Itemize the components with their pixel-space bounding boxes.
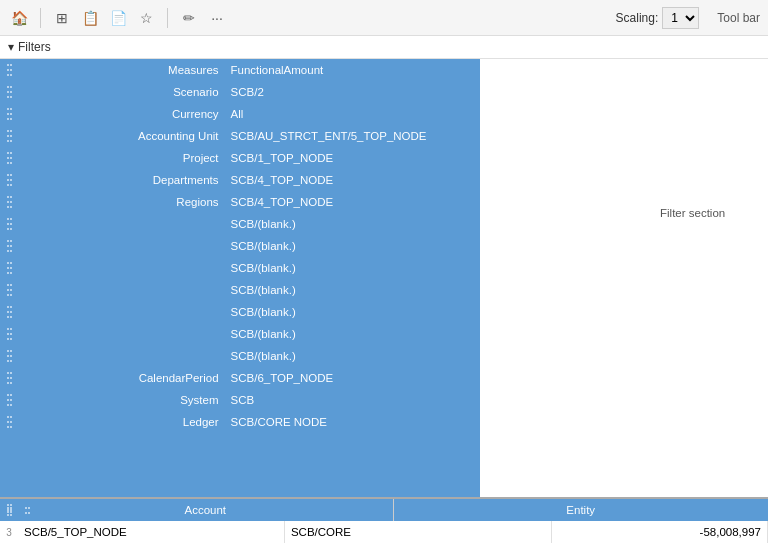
scaling-label: Scaling: [616,11,659,25]
row-drag-handle[interactable] [4,150,14,166]
filters-label: Filters [18,40,51,54]
row-drag-handle[interactable] [4,172,14,188]
account-value: SCB/5_TOP_NODE [24,526,127,538]
account-drag [22,505,32,516]
toolbar-label: Tool bar [717,11,760,25]
filter-row-label: Ledger [14,416,227,428]
filter-row: SCB/(blank.) [0,323,480,345]
row-drag-handle[interactable] [4,106,14,122]
filters-arrow: ▾ [8,40,14,54]
filter-row-label: Measures [14,64,227,76]
main-body: Account Entity 3 SCB/5_TOP_NODE SCB/CORE [0,497,768,543]
row-drag-handle[interactable] [4,414,14,430]
toolbar: 🏠 ⊞ 📋 📄 ☆ ✏ ··· Scaling: 1 Tool bar [0,0,768,36]
filter-row-value: SCB/6_TOP_NODE [227,372,476,384]
filter-row: DepartmentsSCB/4_TOP_NODE [0,169,480,191]
filter-row: SCB/(blank.) [0,235,480,257]
filter-row: SCB/(blank.) [0,213,480,235]
star-icon[interactable]: ☆ [135,7,157,29]
copy-icon[interactable]: 📋 [79,7,101,29]
filter-row-value: SCB/(blank.) [227,218,476,230]
eraser-icon[interactable]: ✏ [178,7,200,29]
filter-panel: MeasuresFunctionalAmountScenarioSCB/2Cur… [0,59,480,497]
filter-row: SCB/(blank.) [0,257,480,279]
row-drag-handle[interactable] [4,260,14,276]
filter-row-value: All [227,108,476,120]
filter-row-value: SCB/4_TOP_NODE [227,174,476,186]
row-drag-handle[interactable] [4,282,14,298]
filter-row: ScenarioSCB/2 [0,81,480,103]
filter-row: MeasuresFunctionalAmount [0,59,480,81]
account-header: Account [18,499,394,521]
account-cell: SCB/5_TOP_NODE [18,521,285,543]
row-drag-handle[interactable] [4,304,14,320]
more-icon[interactable]: ··· [206,7,228,29]
separator2 [167,8,168,28]
filters-toggle[interactable]: ▾ Filters [0,36,768,59]
filter-row: CurrencyAll [0,103,480,125]
filter-row-value: SCB/(blank.) [227,328,476,340]
row-drag-handle[interactable] [4,128,14,144]
entity-header-label: Entity [566,504,595,516]
row-drag-handle[interactable] [4,62,14,78]
filter-row-value: SCB/CORE NODE [227,416,476,428]
filter-row: RegionsSCB/4_TOP_NODE [0,191,480,213]
filter-row-value: SCB [227,394,476,406]
table-header-row: Account Entity [0,499,768,521]
filter-row-value: SCB/(blank.) [227,306,476,318]
row-drag-handle[interactable] [4,194,14,210]
filter-row-label: Project [14,152,227,164]
scaling-control: Scaling: 1 [616,7,700,29]
filter-section-label-area: Filter section [648,139,768,227]
filter-row-label: Accounting Unit [14,130,227,142]
row-number: 3 [0,527,18,538]
row-drag-handle[interactable] [4,238,14,254]
filter-row-label: CalendarPeriod [14,372,227,384]
row-drag-handle[interactable] [4,216,14,232]
value-cell: -58,008,997 [552,521,768,543]
scaling-select[interactable]: 1 [662,7,699,29]
filter-row-label: Scenario [14,86,227,98]
account-header-label: Account [184,504,226,516]
filter-row-label: System [14,394,227,406]
filter-row: SCB/(blank.) [0,279,480,301]
grid-icon[interactable]: ⊞ [51,7,73,29]
filter-row-label: Regions [14,196,227,208]
filter-row: SCB/(blank.) [0,345,480,367]
entity-drag [4,505,14,515]
content: MeasuresFunctionalAmountScenarioSCB/2Cur… [0,59,768,543]
filter-row-value: SCB/2 [227,86,476,98]
document-icon[interactable]: 📄 [107,7,129,29]
separator [40,8,41,28]
filter-row-value: FunctionalAmount [227,64,476,76]
filter-row-value: SCB/(blank.) [227,262,476,274]
filter-row: ProjectSCB/1_TOP_NODE [0,147,480,169]
entity-cell: SCB/CORE [285,521,552,543]
filter-row-value: SCB/AU_STRCT_ENT/5_TOP_NODE [227,130,476,142]
row-drag-handle[interactable] [4,84,14,100]
filter-row-value: SCB/(blank.) [227,350,476,362]
filter-row: CalendarPeriodSCB/6_TOP_NODE [0,367,480,389]
filter-section: MeasuresFunctionalAmountScenarioSCB/2Cur… [0,59,768,497]
amount-value: -58,008,997 [700,526,761,538]
filter-row: LedgerSCB/CORE NODE [0,411,480,433]
row-drag-handle[interactable] [4,326,14,342]
filter-row: Accounting UnitSCB/AU_STRCT_ENT/5_TOP_NO… [0,125,480,147]
home-icon[interactable]: 🏠 [8,7,30,29]
filter-row-value: SCB/1_TOP_NODE [227,152,476,164]
row-drag-handle[interactable] [4,370,14,386]
entity-value: SCB/CORE [291,526,351,538]
entity-header: Entity [394,499,769,521]
filter-row: SystemSCB [0,389,480,411]
filter-row-label: Currency [14,108,227,120]
filter-section-label: Filter section [660,207,756,219]
filter-row-label: Departments [14,174,227,186]
filter-row-value: SCB/(blank.) [227,284,476,296]
table-row: SCB/5_TOP_NODE SCB/CORE -58,008,997 [18,521,768,543]
data-row-container: 3 SCB/5_TOP_NODE SCB/CORE -58,008,997 [0,521,768,543]
row-drag-handle[interactable] [4,392,14,408]
row-drag-handle[interactable] [4,348,14,364]
filter-row-value: SCB/(blank.) [227,240,476,252]
filter-row-value: SCB/4_TOP_NODE [227,196,476,208]
filter-row: SCB/(blank.) [0,301,480,323]
